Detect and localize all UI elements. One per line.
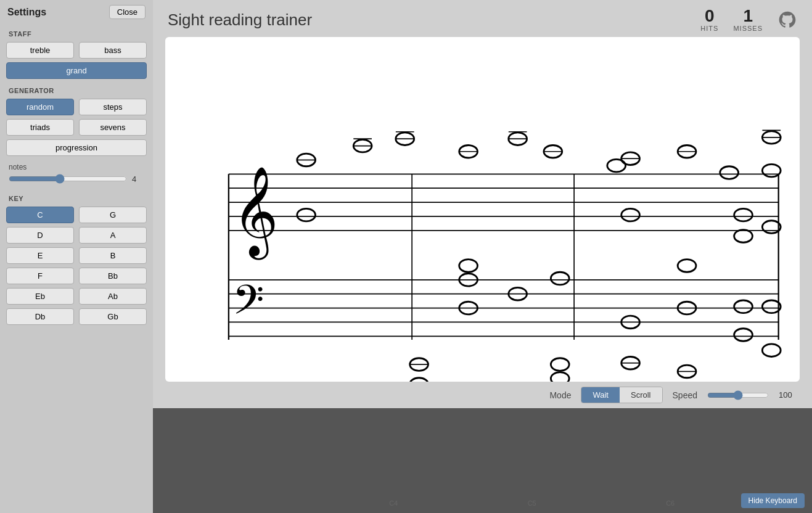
top-bar: Sight reading trainer 0 HITS 1 MISSES [153, 0, 812, 37]
notes-section: notes 4 [0, 158, 153, 189]
key-Ab-button[interactable]: Ab [79, 288, 147, 305]
svg-point-56 [734, 300, 753, 313]
treble-button[interactable]: treble [6, 42, 74, 59]
key-E-button[interactable]: E [6, 247, 74, 264]
svg-point-34 [621, 208, 640, 221]
wait-button[interactable]: Wait [581, 387, 620, 403]
keyboard-svg: /* rendered below */ [153, 408, 812, 513]
staff-label: STAFF [0, 24, 153, 40]
hits-stat: 0 HITS [700, 7, 718, 32]
key-row3: E B [0, 245, 153, 266]
svg-point-55 [734, 230, 753, 243]
hide-keyboard-button[interactable]: Hide Keyboard [741, 493, 805, 508]
sidebar-header: Settings Close [0, 0, 153, 24]
key-G-button[interactable]: G [79, 207, 147, 223]
svg-text:𝄢: 𝄢 [232, 278, 264, 332]
key-Eb-button[interactable]: Eb [6, 288, 74, 305]
key-Db-button[interactable]: Db [6, 308, 74, 325]
score-svg: 𝄞 𝄢 [165, 37, 800, 382]
settings-title: Settings [7, 7, 46, 18]
app-title: Sight reading trainer [168, 10, 312, 30]
generator-row2: triads sevens [0, 117, 153, 137]
key-C-button[interactable]: C [6, 207, 74, 223]
score-container: 𝄞 𝄢 [165, 37, 800, 382]
mode-label: Mode [549, 390, 571, 400]
keyboard-wrapper: /* rendered below */ C4 C5 C6 Hide Keybo… [153, 408, 812, 513]
svg-point-18 [297, 208, 316, 221]
key-D-button[interactable]: D [6, 227, 74, 244]
main-area: Sight reading trainer 0 HITS 1 MISSES [153, 0, 812, 513]
generator-row3: progression [0, 137, 153, 158]
grand-button[interactable]: grand [6, 62, 147, 79]
svg-point-54 [734, 208, 753, 221]
key-row1: C G [0, 205, 153, 225]
svg-point-40 [678, 260, 696, 273]
key-label: KEY [0, 189, 153, 205]
key-F-button[interactable]: F [6, 268, 74, 284]
key-Bb-button[interactable]: Bb [79, 268, 147, 284]
progression-button[interactable]: progression [6, 139, 147, 156]
misses-label: MISSES [733, 25, 763, 32]
svg-text:𝄞: 𝄞 [232, 167, 278, 260]
key-B-button[interactable]: B [79, 247, 147, 264]
key-row5: Eb Ab [0, 286, 153, 306]
mode-buttons: Wait Scroll [581, 387, 662, 403]
steps-button[interactable]: steps [79, 99, 147, 115]
svg-point-50 [720, 166, 739, 179]
keyboard-area: /* rendered below */ C4 C5 C6 Hide Keybo… [153, 408, 812, 513]
svg-point-66 [551, 358, 569, 371]
hits-value: 0 [700, 7, 718, 25]
triads-button[interactable]: triads [6, 119, 74, 136]
svg-point-57 [734, 329, 753, 342]
key-A-button[interactable]: A [79, 227, 147, 244]
notes-value: 4 [132, 174, 144, 184]
generator-label: GENERATOR [0, 81, 153, 97]
svg-point-65 [410, 378, 429, 382]
scroll-button[interactable]: Scroll [620, 387, 662, 403]
hits-label: HITS [700, 25, 718, 32]
github-icon[interactable] [777, 10, 797, 30]
svg-point-73 [762, 164, 781, 177]
sidebar: Settings Close STAFF treble bass grand G… [0, 0, 153, 513]
svg-point-74 [762, 344, 781, 357]
misses-value: 1 [733, 7, 763, 25]
random-button[interactable]: random [6, 99, 74, 115]
staff-buttons: treble bass [0, 40, 153, 60]
stats-area: 0 HITS 1 MISSES [700, 7, 797, 32]
misses-stat: 1 MISSES [733, 7, 763, 32]
key-row4: F Bb [0, 266, 153, 286]
key-row2: D A [0, 225, 153, 245]
mode-bar: Mode Wait Scroll Speed 100 [153, 382, 812, 408]
grand-button-row: grand [0, 60, 153, 81]
sevens-button[interactable]: sevens [79, 119, 147, 136]
speed-label: Speed [673, 390, 697, 400]
svg-point-31 [551, 272, 569, 285]
bass-button[interactable]: bass [79, 42, 147, 59]
speed-value: 100 [779, 390, 797, 400]
svg-point-49 [607, 159, 626, 172]
speed-slider[interactable] [707, 390, 769, 400]
generator-row1: random steps [0, 97, 153, 117]
notes-slider[interactable] [9, 174, 127, 184]
notes-slider-row: 4 [9, 174, 144, 184]
svg-point-67 [551, 372, 569, 382]
notes-label: notes [9, 163, 144, 171]
close-button[interactable]: Close [109, 5, 146, 19]
svg-point-24 [459, 260, 478, 273]
key-Gb-button[interactable]: Gb [79, 308, 147, 325]
key-row6: Db Gb [0, 306, 153, 327]
